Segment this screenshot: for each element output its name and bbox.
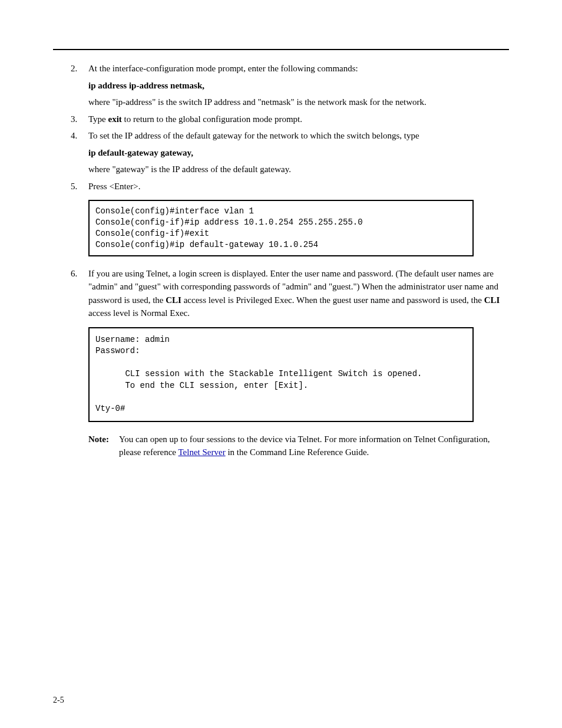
step-6-text: If you are using Telnet, a login screen …: [88, 267, 509, 320]
step-5: 5. Press <Enter>.: [53, 180, 509, 193]
step-6-text-c: access level is Normal Exec.: [88, 308, 190, 318]
step-3-text: Type exit to return to the global config…: [88, 113, 509, 126]
page-header-rule: [53, 32, 509, 50]
step-2: 2. At the interface-configuration mode p…: [53, 62, 509, 75]
step-5-number: 5.: [53, 180, 88, 193]
telnet-server-link[interactable]: Telnet Server: [178, 447, 225, 457]
cli-term-1: CLI: [166, 295, 181, 305]
cli-output-box-2: Username: admin Password: CLI session wi…: [88, 327, 474, 422]
page-content: 2. At the interface-configuration mode p…: [53, 62, 509, 459]
step-3-number: 3.: [53, 113, 88, 126]
step-4-command-bold: ip default-gateway gateway,: [88, 148, 193, 157]
step-6-text-b: access level is Privileged Exec. When th…: [181, 295, 484, 305]
step-4-command: ip default-gateway gateway,: [88, 146, 509, 160]
step-4-where: where "gateway" is the IP address of the…: [88, 163, 509, 176]
step-4: 4. To set the IP address of the default …: [53, 129, 509, 143]
step-2-where: where "ip-address" is the switch IP addr…: [88, 95, 509, 109]
note-block: Note: You can open up to four sessions t…: [88, 433, 509, 459]
step-6-number: 6.: [53, 267, 88, 320]
step-2-number: 2.: [53, 62, 88, 75]
note-text-b: in the Command Line Reference Guide.: [226, 447, 369, 457]
cli-term-2: CLI: [484, 295, 500, 305]
step-2-text: At the interface-configuration mode prom…: [88, 62, 509, 75]
cli-output-box-1: Console(config)#interface vlan 1 Console…: [88, 200, 474, 256]
note-label: Note:: [88, 433, 119, 459]
note-text: You can open up to four sessions to the …: [119, 433, 509, 459]
step-5-text: Press <Enter>.: [88, 180, 509, 193]
step-2-command: ip address ip-address netmask,: [88, 79, 509, 93]
step-4-text: To set the IP address of the default gat…: [88, 129, 509, 143]
page-number: 2-5: [53, 696, 64, 705]
step-6: 6. If you are using Telnet, a login scre…: [53, 267, 509, 320]
step-2-command-bold: ip address ip-address netmask,: [88, 81, 204, 90]
step-3: 3. Type exit to return to the global con…: [53, 113, 509, 126]
step-4-number: 4.: [53, 129, 88, 143]
